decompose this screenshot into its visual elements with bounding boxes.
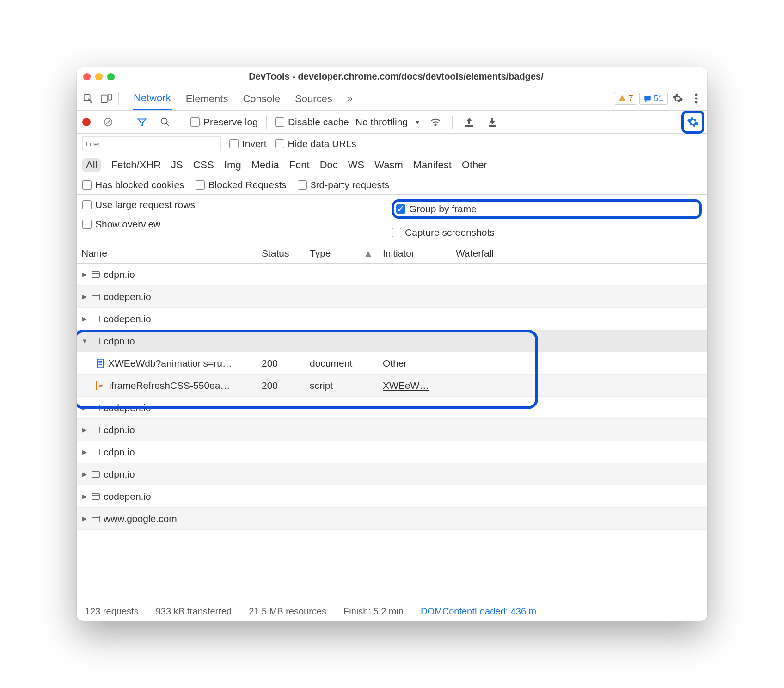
invert-checkbox[interactable]: Invert	[229, 138, 267, 149]
filter-fetch-xhr[interactable]: Fetch/XHR	[111, 159, 161, 171]
filter-css[interactable]: CSS	[193, 159, 214, 171]
filter-media[interactable]: Media	[251, 159, 279, 171]
upload-har-icon[interactable]	[461, 114, 478, 130]
device-toolbar-icon[interactable]	[98, 90, 115, 107]
network-settings-gear-icon[interactable]	[685, 114, 701, 130]
warnings-count: 7	[628, 93, 633, 104]
filter-js[interactable]: JS	[171, 159, 183, 171]
frame-row[interactable]: ▶codepen.io	[77, 308, 707, 330]
tab-console[interactable]: Console	[242, 87, 281, 110]
devtools-window: DevTools - developer.chrome.com/docs/dev…	[77, 67, 707, 621]
preserve-log-checkbox[interactable]: Preserve log	[190, 117, 258, 128]
group-by-frame-checkbox[interactable]: ✓Group by frame	[396, 203, 477, 215]
chevron-right-icon[interactable]: ▶	[81, 471, 88, 478]
tab-elements[interactable]: Elements	[185, 87, 229, 110]
highlight-settings	[681, 111, 704, 134]
filter-other[interactable]: Other	[462, 159, 487, 171]
col-status[interactable]: Status	[257, 243, 305, 263]
throttling-select[interactable]: No throttling ▼	[355, 117, 421, 128]
initiator-cell[interactable]: XWEeW…	[378, 380, 451, 391]
show-overview-checkbox[interactable]: Show overview	[82, 219, 392, 230]
warnings-badge[interactable]: 7	[614, 92, 637, 105]
status-domcontentloaded: DOMContentLoaded: 436 m	[412, 602, 545, 621]
request-row[interactable]: XWEeWdb?animations=ru…200documentOther	[77, 352, 707, 375]
filter-wasm[interactable]: Wasm	[374, 159, 403, 171]
frame-icon	[92, 271, 100, 278]
large-rows-checkbox[interactable]: Use large request rows	[82, 199, 392, 210]
third-party-checkbox[interactable]: 3rd-party requests	[298, 179, 389, 190]
frame-row[interactable]: ▶codepen.io	[77, 286, 707, 308]
frame-icon	[92, 316, 100, 322]
blocked-cookies-checkbox[interactable]: Has blocked cookies	[82, 179, 184, 190]
frame-row[interactable]: ▶cdpn.io	[77, 463, 707, 485]
filter-manifest[interactable]: Manifest	[413, 159, 452, 171]
frame-icon	[92, 516, 100, 522]
titlebar: DevTools - developer.chrome.com/docs/dev…	[77, 67, 707, 86]
hide-data-urls-checkbox[interactable]: Hide data URLs	[275, 138, 356, 149]
network-conditions-icon[interactable]	[427, 114, 444, 130]
frame-row[interactable]: ▶cdpn.io	[77, 419, 707, 441]
frame-row[interactable]: ▶codepen.io	[77, 485, 707, 508]
document-icon	[96, 359, 104, 368]
filter-input[interactable]	[82, 136, 221, 151]
filter-font[interactable]: Font	[289, 159, 310, 171]
search-icon[interactable]	[157, 114, 173, 130]
tab-sources[interactable]: Sources	[294, 87, 333, 110]
clear-icon[interactable]	[100, 114, 116, 130]
settings-row: Use large request rows Show overview ✓Gr…	[77, 195, 707, 243]
col-type[interactable]: Type▲	[305, 243, 378, 263]
svg-rect-12	[98, 359, 104, 367]
throttling-value: No throttling	[355, 117, 408, 128]
request-row[interactable]: ⬌iframeRefreshCSS-550ea…200scriptXWEeW…	[77, 375, 707, 397]
col-waterfall[interactable]: Waterfall	[451, 243, 707, 263]
filter-ws[interactable]: WS	[348, 159, 364, 171]
chevron-right-icon[interactable]: ▶	[81, 293, 88, 300]
chevron-right-icon[interactable]: ▶	[81, 426, 88, 433]
close-window-button[interactable]	[83, 73, 91, 80]
svg-point-8	[161, 118, 167, 124]
svg-rect-2	[108, 94, 111, 100]
minimize-window-button[interactable]	[95, 73, 103, 80]
frame-icon	[92, 427, 100, 433]
chevron-right-icon[interactable]: ▶	[81, 515, 88, 522]
status-transferred: 933 kB transferred	[147, 602, 241, 621]
filter-icon[interactable]	[134, 114, 150, 130]
traffic-lights	[83, 73, 115, 80]
filter-all[interactable]: All	[82, 158, 101, 172]
status-cell: 200	[257, 358, 305, 369]
settings-gear-icon[interactable]	[669, 90, 686, 107]
chevron-right-icon[interactable]: ▶	[81, 315, 88, 322]
download-har-icon[interactable]	[484, 114, 501, 130]
col-name[interactable]: Name	[77, 243, 257, 263]
frame-name: cdpn.io	[104, 269, 135, 280]
frame-row[interactable]: ▶cdpn.io	[77, 441, 707, 463]
chevron-right-icon[interactable]: ▶	[81, 271, 88, 278]
filter-img[interactable]: Img	[224, 159, 241, 171]
tabs-overflow[interactable]: »	[346, 87, 354, 110]
filter-doc[interactable]: Doc	[320, 159, 338, 171]
frame-row[interactable]: ▶codepen.io	[77, 397, 707, 419]
chevron-right-icon[interactable]: ▶	[81, 404, 88, 411]
tab-network[interactable]: Network	[133, 86, 172, 110]
capture-screenshots-checkbox[interactable]: Capture screenshots	[392, 227, 702, 238]
frame-row[interactable]: ▶www.google.com	[77, 508, 707, 530]
svg-point-5	[695, 97, 698, 99]
chevron-down-icon[interactable]: ▼	[81, 338, 88, 344]
frame-row[interactable]: ▶cdpn.io	[77, 264, 707, 286]
table-header: Name Status Type▲ Initiator Waterfall	[77, 243, 707, 264]
col-initiator[interactable]: Initiator	[378, 243, 451, 263]
svg-point-4	[695, 93, 698, 96]
frame-row[interactable]: ▼cdpn.io	[77, 330, 707, 352]
record-button[interactable]	[82, 118, 91, 126]
zoom-window-button[interactable]	[107, 73, 115, 80]
frame-icon	[92, 493, 100, 500]
chevron-right-icon[interactable]: ▶	[81, 448, 88, 455]
blocked-requests-checkbox[interactable]: Blocked Requests	[196, 179, 287, 190]
messages-badge[interactable]: 51	[639, 92, 668, 105]
disable-cache-checkbox[interactable]: Disable cache	[275, 117, 349, 128]
frame-icon	[92, 294, 100, 300]
frame-name: cdpn.io	[104, 469, 135, 480]
kebab-menu-icon[interactable]	[688, 90, 704, 107]
chevron-right-icon[interactable]: ▶	[81, 493, 88, 500]
inspect-element-icon[interactable]	[80, 90, 96, 107]
